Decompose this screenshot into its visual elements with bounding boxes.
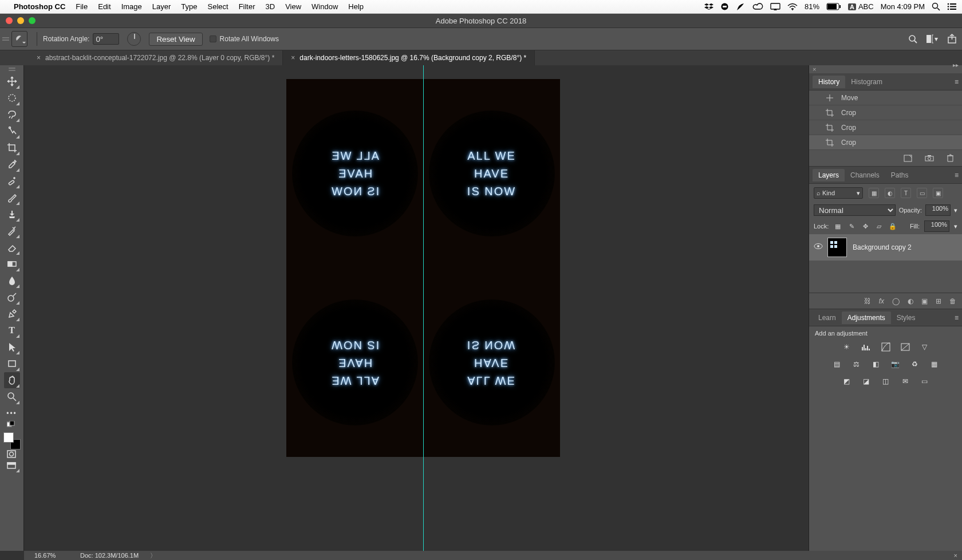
panel-grip[interactable] <box>9 68 15 71</box>
new-layer-icon[interactable]: ⊞ <box>936 297 941 305</box>
curves-icon[interactable] <box>880 341 892 353</box>
channel-mixer-icon[interactable]: ♻ <box>909 358 921 370</box>
threshold-icon[interactable]: ◫ <box>880 376 892 387</box>
tab-histogram[interactable]: Histogram <box>845 76 888 88</box>
menu-type[interactable]: Type <box>181 2 197 11</box>
menu-help[interactable]: Help <box>348 2 364 11</box>
selective-color-icon[interactable]: ✉ <box>900 376 911 387</box>
menubar-pen-icon[interactable] <box>736 2 745 11</box>
eraser-tool[interactable] <box>4 239 20 255</box>
type-tool[interactable]: T <box>4 322 20 338</box>
visibility-eye-icon[interactable] <box>814 243 823 252</box>
link-layers-icon[interactable]: ⛓ <box>864 297 871 305</box>
zoom-level[interactable]: 16.67% <box>34 552 80 559</box>
history-brush-tool[interactable] <box>4 223 20 239</box>
reset-view-button[interactable]: Reset View <box>149 33 202 46</box>
bw-icon[interactable]: ◧ <box>870 358 882 370</box>
new-doc-from-state-icon[interactable] <box>904 155 912 162</box>
input-source[interactable]: AABC <box>848 2 874 11</box>
rotate-all-checkbox[interactable] <box>210 36 216 42</box>
menu-select[interactable]: Select <box>207 2 228 11</box>
lock-artboard-icon[interactable]: ▱ <box>874 222 884 231</box>
adjustment-layer-icon[interactable]: ◐ <box>908 297 913 305</box>
color-balance-icon[interactable]: ⚖ <box>851 358 862 370</box>
panel-close-icon[interactable]: × <box>813 66 816 73</box>
layer-filter-kind[interactable]: Kind▾ <box>814 187 863 199</box>
lock-trans-icon[interactable]: ▦ <box>833 222 842 231</box>
quick-select-tool[interactable] <box>4 123 20 139</box>
group-icon[interactable]: ▣ <box>921 297 928 305</box>
collapse-panels-icon[interactable]: ▸▸ <box>953 62 959 68</box>
menu-image[interactable]: Image <box>121 2 142 11</box>
eyedropper-tool[interactable] <box>4 156 20 172</box>
battery-icon[interactable] <box>826 3 841 10</box>
lock-paint-icon[interactable]: ✎ <box>847 222 856 231</box>
options-grip[interactable] <box>2 37 9 41</box>
tab-channels[interactable]: Channels <box>845 169 885 182</box>
tab-adjustments[interactable]: Adjustments <box>842 311 891 324</box>
brightness-icon[interactable]: ☀ <box>841 341 853 353</box>
filter-shape-icon[interactable]: ▭ <box>917 188 927 198</box>
document-tab-0[interactable]: × abstract-backlit-conceptual-1722072.jp… <box>29 50 283 65</box>
exposure-icon[interactable] <box>900 341 911 353</box>
gradient-map-icon[interactable]: ▭ <box>919 376 931 387</box>
gradient-tool[interactable] <box>4 256 20 272</box>
photo-filter-icon[interactable]: 📷 <box>890 358 901 370</box>
hue-sat-icon[interactable]: ▤ <box>831 358 843 370</box>
default-colors-icon[interactable] <box>4 422 20 430</box>
clock[interactable]: Mon 4:09 PM <box>881 2 925 11</box>
lasso-tool[interactable] <box>4 107 20 123</box>
screen-mode-icon[interactable] <box>4 462 20 473</box>
invert-icon[interactable]: ◩ <box>841 376 853 387</box>
rotation-angle-input[interactable] <box>93 33 119 45</box>
menu-file[interactable]: File <box>76 2 88 11</box>
snapshot-icon[interactable] <box>925 155 934 161</box>
menu-window[interactable]: Window <box>312 2 338 11</box>
status-chevron-icon[interactable]: 〉 <box>150 551 156 560</box>
zoom-tool[interactable] <box>4 389 20 405</box>
hand-tool[interactable] <box>4 372 20 388</box>
lock-pos-icon[interactable]: ✥ <box>861 222 870 231</box>
panel-menu-icon[interactable]: ≡ <box>955 171 959 179</box>
move-tool[interactable] <box>4 73 20 89</box>
menu-filter[interactable]: Filter <box>239 2 255 11</box>
bottom-close-icon[interactable]: × <box>954 552 957 559</box>
path-select-tool[interactable] <box>4 339 20 355</box>
history-item[interactable]: Move <box>809 90 962 105</box>
blend-mode-select[interactable]: Normal <box>814 204 896 216</box>
menu-edit[interactable]: Edit <box>98 2 111 11</box>
menubar-circle-icon[interactable] <box>720 2 729 11</box>
tab-close-icon[interactable]: × <box>291 54 295 62</box>
menu-layer[interactable]: Layer <box>152 2 171 11</box>
posterize-icon[interactable]: ◪ <box>861 376 872 387</box>
layer-name[interactable]: Background copy 2 <box>853 243 912 251</box>
tab-close-icon[interactable]: × <box>37 54 41 62</box>
tab-learn[interactable]: Learn <box>813 311 842 324</box>
filter-adjust-icon[interactable]: ◐ <box>885 188 895 198</box>
creative-cloud-icon[interactable] <box>752 3 763 11</box>
lock-all-icon[interactable]: 🔒 <box>888 222 897 231</box>
menu-list-icon[interactable] <box>947 3 956 10</box>
canvas-area[interactable]: ALL WEHAVEIS NOW ALL WEHAVEIS NOW ALL WE… <box>24 65 809 551</box>
marquee-tool[interactable] <box>4 90 20 106</box>
layer-thumbnail[interactable] <box>827 238 847 257</box>
share-icon[interactable] <box>946 33 957 45</box>
filter-smart-icon[interactable]: ▣ <box>933 188 943 198</box>
tab-paths[interactable]: Paths <box>885 169 914 182</box>
fx-icon[interactable]: fx <box>879 297 884 305</box>
fill-value[interactable]: 100% <box>924 220 949 232</box>
pen-tool[interactable] <box>4 306 20 322</box>
tab-layers[interactable]: Layers <box>813 169 845 182</box>
document-tab-1[interactable]: × dark-indoors-letters-1580625.jpg @ 16.… <box>283 50 535 65</box>
healing-brush-tool[interactable] <box>4 173 20 189</box>
menu-view[interactable]: View <box>285 2 301 11</box>
panel-menu-icon[interactable]: ≡ <box>955 78 959 86</box>
current-tool-preset[interactable] <box>11 31 27 47</box>
panel-menu-icon[interactable]: ≡ <box>955 314 959 322</box>
blur-tool[interactable] <box>4 273 20 289</box>
battery-percent[interactable]: 81% <box>805 2 819 11</box>
shape-tool[interactable] <box>4 356 20 372</box>
search-icon[interactable] <box>907 33 918 45</box>
crop-tool[interactable] <box>4 140 20 156</box>
mask-icon[interactable]: ◯ <box>892 297 900 305</box>
